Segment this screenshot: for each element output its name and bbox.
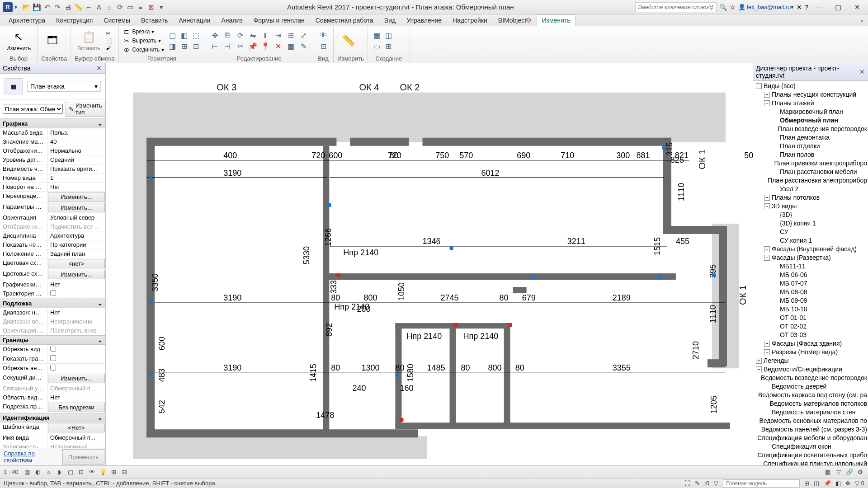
tree-node[interactable]: Спецификация мебели и оборудован	[753, 434, 868, 442]
shadows-icon[interactable]: ◗	[56, 468, 64, 476]
tree-node[interactable]: Ведомость материалов потолков	[753, 399, 868, 408]
ribbon-tab[interactable]: Системы	[99, 14, 135, 26]
worksharing-icon[interactable]: ⊟	[121, 468, 129, 476]
match-button[interactable]: 🖌	[106, 45, 113, 51]
tree-node[interactable]: МБ 08-08	[753, 288, 868, 296]
tree-node[interactable]: Ведомость панелей (см. разрез 3-3)	[753, 425, 868, 434]
scale-icon[interactable]: ⤢	[297, 30, 309, 40]
scale-button[interactable]: 1 : 40	[4, 469, 19, 475]
maximize-button[interactable]: ▢	[830, 3, 846, 12]
reveal-icon[interactable]: 💡	[99, 468, 107, 476]
geom-tool-icon[interactable]: ◧	[179, 30, 189, 40]
ribbon-tab[interactable]: Надстройки	[448, 14, 492, 26]
mirror-icon[interactable]: ⇋	[247, 30, 259, 40]
tree-node[interactable]: +Фасады (Фасад здания)	[753, 339, 868, 348]
override-icon[interactable]: ⊡	[317, 41, 330, 51]
cope-button[interactable]: ⊏Врезка ▾	[123, 28, 165, 36]
trim-icon[interactable]: ⊢	[209, 41, 221, 51]
ribbon-tab[interactable]: BIMobject®	[493, 14, 536, 26]
crop-region-icon[interactable]: ⊡	[77, 468, 85, 476]
search-icon[interactable]: 🔍	[719, 4, 727, 11]
editable-icon[interactable]: ✎	[695, 480, 700, 487]
geom-tool-icon[interactable]: ⬚	[190, 30, 201, 40]
tree-node[interactable]: ОТ 01-01	[753, 314, 868, 322]
text-icon[interactable]: A	[94, 3, 104, 12]
create-icon[interactable]: ⊞	[383, 41, 394, 51]
properties-help-link[interactable]: Справка по свойствам	[0, 448, 61, 465]
tree-node[interactable]: План расстановки электроприбор	[753, 176, 868, 185]
delete-icon[interactable]: ✕	[272, 41, 284, 51]
copy-clip-button[interactable]: 📄	[106, 38, 113, 44]
tree-node[interactable]: +Легенды	[753, 357, 868, 365]
tree-node[interactable]: {3D}	[753, 211, 868, 219]
move-icon[interactable]: ✥	[209, 30, 221, 40]
tag-icon[interactable]: ▭	[126, 3, 135, 12]
user-menu[interactable]: 👤 lex_bas@mail.ru▾	[738, 4, 794, 10]
print-icon[interactable]: 🖨	[63, 3, 72, 12]
modify-button[interactable]: ↖Изменить	[4, 29, 33, 52]
minimize-button[interactable]: —	[811, 3, 827, 12]
tree-node[interactable]: Ведомость дверей	[753, 382, 868, 391]
ribbon-tab[interactable]: Управление	[401, 14, 447, 26]
tree-node[interactable]: План отделки	[753, 142, 868, 150]
tree-node[interactable]: МБ 09-09	[753, 296, 868, 305]
tree-node[interactable]: СУ	[753, 228, 868, 236]
tree-node[interactable]: Спецификация осветительных прибо	[753, 451, 868, 460]
help-icon[interactable]: ?	[805, 4, 808, 11]
tree-node[interactable]: Ведомость каркаса под стену (см. ра	[753, 391, 868, 399]
tree-node[interactable]: МБ11-11	[753, 262, 868, 271]
star-icon[interactable]: ☆	[730, 4, 736, 11]
detail-level-icon[interactable]: ▦	[23, 468, 31, 476]
close-hidden-icon[interactable]: ⊠	[146, 3, 156, 12]
tree-node[interactable]: Маркировочный план	[753, 108, 868, 116]
close-icon[interactable]: ✕	[859, 68, 865, 75]
unpin-icon[interactable]: 📍	[259, 41, 271, 51]
join-button[interactable]: ⊕Соединить ▾	[123, 46, 165, 54]
project-tree[interactable]: −Виды (все)+Планы несущих конструкций−Пл…	[753, 81, 868, 465]
ribbon-tab[interactable]: Архитектура	[4, 14, 50, 26]
tree-node[interactable]: −Фасады (Развертка)	[753, 253, 868, 262]
tree-node[interactable]: План полов	[753, 150, 868, 159]
hide-icon[interactable]: 👁	[317, 30, 330, 40]
tree-node[interactable]: План демонтажа	[753, 133, 868, 142]
app-icon[interactable]: R	[3, 2, 13, 12]
ribbon-tab[interactable]: Совместная работа	[311, 14, 378, 26]
copy-icon[interactable]: ⎘	[222, 30, 233, 40]
exchange-icon[interactable]: ✕	[797, 4, 802, 11]
search-input[interactable]	[635, 2, 717, 12]
link-icon[interactable]: 🔗	[845, 468, 854, 476]
temp-icon[interactable]: ⊞	[110, 468, 118, 476]
instance-dropdown[interactable]: План этажа: Обме	[3, 104, 63, 114]
apply-button[interactable]: Применить	[62, 449, 104, 465]
drag-icon[interactable]: ✥	[845, 480, 850, 487]
tree-node[interactable]: Ведомость материалов стен	[753, 408, 868, 417]
select-links-icon[interactable]: ⊞	[804, 480, 809, 487]
properties-grid[interactable]: Графика⌄Масштаб видаПольз.Значение мас..…	[0, 119, 105, 448]
worksets-icon[interactable]: ⛶	[684, 480, 690, 487]
tree-node[interactable]: МБ 07-07	[753, 279, 868, 288]
visual-style-icon[interactable]: ◐	[34, 468, 42, 476]
geom-tool-icon[interactable]: ▢	[167, 30, 178, 40]
pin-icon[interactable]: 📌	[247, 41, 259, 51]
tree-node[interactable]: Обмерочный план	[753, 116, 868, 125]
crop-icon[interactable]: ▢	[66, 468, 75, 476]
edit-type-button[interactable]: ✎ Изменить тип	[66, 101, 105, 117]
cut-geom-button[interactable]: ✂Вырезать ▾	[123, 37, 165, 45]
select-face-icon[interactable]: ◧	[835, 480, 841, 487]
redo-icon[interactable]: ↷	[53, 3, 62, 12]
close-button[interactable]: ✕	[849, 3, 865, 12]
views-icon[interactable]: ▦	[824, 468, 832, 476]
geom-tool-icon[interactable]: ⊡	[190, 41, 201, 51]
ribbon-tab[interactable]: Конструкция	[51, 14, 98, 26]
cut-clip-button[interactable]: ✂	[106, 30, 113, 37]
ribbon-minimize-icon[interactable]: ▫	[856, 14, 868, 26]
type-selector[interactable]: План этажа▾	[27, 81, 101, 92]
tree-node[interactable]: −3D виды	[753, 202, 868, 211]
sync-icon[interactable]: ⟳	[115, 3, 124, 12]
split-icon[interactable]: ✂	[234, 41, 246, 51]
tree-node[interactable]: +Разрезы (Номер вида)	[753, 348, 868, 357]
group-icon[interactable]: ▦	[285, 41, 297, 51]
dropdown-icon[interactable]: ▾	[157, 3, 166, 12]
ribbon-tab[interactable]: Анализ	[216, 14, 247, 26]
rotate-icon[interactable]: ⟳	[234, 30, 246, 40]
